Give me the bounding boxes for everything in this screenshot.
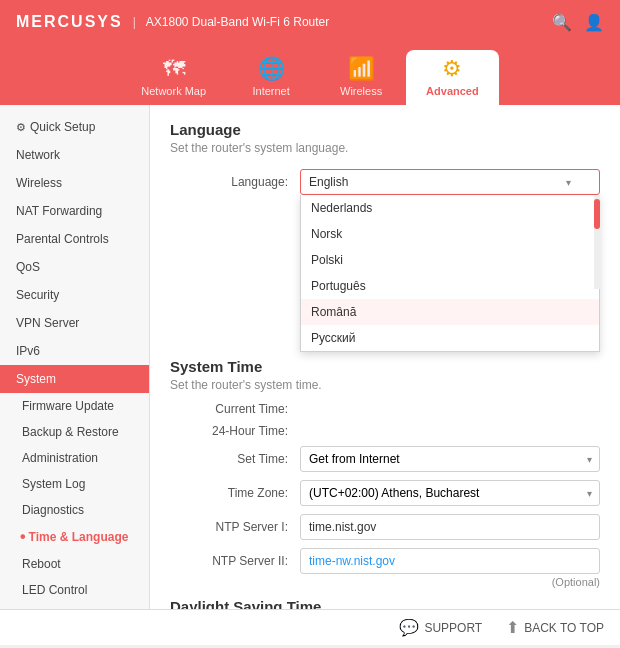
- support-label: SUPPORT: [424, 621, 482, 635]
- set-time-label: Set Time:: [170, 452, 300, 466]
- wireless-icon: 📶: [348, 56, 375, 82]
- language-desc: Set the router's system language.: [170, 141, 600, 155]
- system-time-title: System Time: [170, 358, 600, 375]
- header: MERCUSYS | AX1800 Dual-Band Wi-Fi 6 Rout…: [0, 0, 620, 44]
- ntp2-row: NTP Server II:: [170, 548, 600, 574]
- user-icon[interactable]: 👤: [584, 13, 604, 32]
- support-icon: 💬: [399, 618, 419, 637]
- sidebar-item-led-control[interactable]: LED Control: [0, 577, 149, 603]
- main-layout: ⚙ Quick Setup Network Wireless NAT Forwa…: [0, 105, 620, 609]
- 24hour-time-label: 24-Hour Time:: [170, 424, 300, 438]
- timezone-row: Time Zone: (UTC+02:00) Athens, Bucharest…: [170, 480, 600, 506]
- sidebar-item-ipv6[interactable]: IPv6: [0, 337, 149, 365]
- back-to-top-button[interactable]: ⬆ BACK TO TOP: [506, 618, 604, 637]
- search-icon[interactable]: 🔍: [552, 13, 572, 32]
- timezone-label: Time Zone:: [170, 486, 300, 500]
- language-title: Language: [170, 121, 600, 138]
- sidebar-item-time-language[interactable]: • Time & Language: [0, 523, 149, 551]
- language-select[interactable]: English ▾: [300, 169, 600, 195]
- language-row: Language: English ▾ Nederlands Norsk: [170, 169, 600, 195]
- nav-item-advanced[interactable]: ⚙ Advanced: [406, 50, 499, 105]
- nav-label-network-map: Network Map: [141, 85, 206, 97]
- dropdown-option-norsk[interactable]: Norsk: [301, 221, 599, 247]
- set-time-row: Set Time: Get from Internet ▾: [170, 446, 600, 472]
- ntp2-input[interactable]: [300, 548, 600, 574]
- header-divider: |: [133, 15, 136, 29]
- sidebar-item-operation-mode[interactable]: Operation Mode: [0, 603, 149, 609]
- ntp1-input[interactable]: [300, 514, 600, 540]
- internet-icon: 🌐: [258, 56, 285, 82]
- system-time-section: System Time Set the router's system time…: [170, 358, 600, 588]
- sidebar-item-network[interactable]: Network: [0, 141, 149, 169]
- back-to-top-icon: ⬆: [506, 618, 519, 637]
- sidebar-item-reboot[interactable]: Reboot: [0, 551, 149, 577]
- sidebar-item-system-log[interactable]: System Log: [0, 471, 149, 497]
- sidebar-item-nat-forwarding[interactable]: NAT Forwarding: [0, 197, 149, 225]
- dropdown-option-nederlands[interactable]: Nederlands: [301, 195, 599, 221]
- language-dropdown-wrap: English ▾ Nederlands Norsk Polski: [300, 169, 600, 195]
- sidebar-item-vpn-server[interactable]: VPN Server: [0, 309, 149, 337]
- sidebar-item-firmware-update[interactable]: Firmware Update: [0, 393, 149, 419]
- nav-label-internet: Internet: [252, 85, 289, 97]
- sidebar-item-diagnostics[interactable]: Diagnostics: [0, 497, 149, 523]
- logo: MERCUSYS: [16, 13, 123, 31]
- language-dropdown-list: Nederlands Norsk Polski Português Română: [300, 195, 600, 352]
- nav-label-advanced: Advanced: [426, 85, 479, 97]
- dst-title: Daylight Saving Time: [170, 598, 600, 609]
- sidebar-item-qos[interactable]: QoS: [0, 253, 149, 281]
- content-area: Language Set the router's system languag…: [150, 105, 620, 609]
- dropdown-option-russian[interactable]: Русский: [301, 325, 599, 351]
- sidebar-item-backup-restore[interactable]: Backup & Restore: [0, 419, 149, 445]
- nav-item-wireless[interactable]: 📶 Wireless: [316, 50, 406, 105]
- sidebar-item-wireless[interactable]: Wireless: [0, 169, 149, 197]
- sidebar-item-quick-setup[interactable]: ⚙ Quick Setup: [0, 113, 149, 141]
- quick-setup-icon: ⚙: [16, 121, 26, 134]
- sidebar-item-system[interactable]: System: [0, 365, 149, 393]
- 24hour-time-row: 24-Hour Time:: [170, 424, 600, 438]
- sidebar-item-parental-controls[interactable]: Parental Controls: [0, 225, 149, 253]
- main-nav: 🗺 Network Map 🌐 Internet 📶 Wireless ⚙ Ad…: [0, 44, 620, 105]
- current-time-label: Current Time:: [170, 402, 300, 416]
- dropdown-option-romana[interactable]: Română: [301, 299, 599, 325]
- support-button[interactable]: 💬 SUPPORT: [399, 618, 482, 637]
- language-label: Language:: [170, 169, 300, 189]
- ntp2-label: NTP Server II:: [170, 554, 300, 568]
- nav-item-internet[interactable]: 🌐 Internet: [226, 50, 316, 105]
- system-time-desc: Set the router's system time.: [170, 378, 600, 392]
- timezone-select[interactable]: (UTC+02:00) Athens, Bucharest: [300, 480, 600, 506]
- ntp1-row: NTP Server I:: [170, 514, 600, 540]
- dropdown-scrollbar: [594, 195, 600, 289]
- dropdown-option-portugues[interactable]: Português: [301, 273, 599, 299]
- set-time-select[interactable]: Get from Internet: [300, 446, 600, 472]
- sidebar-item-security[interactable]: Security: [0, 281, 149, 309]
- footer: 💬 SUPPORT ⬆ BACK TO TOP: [0, 609, 620, 645]
- optional-text: (Optional): [170, 576, 600, 588]
- active-dot: •: [20, 529, 26, 545]
- current-time-row: Current Time:: [170, 402, 600, 416]
- language-section: Language Set the router's system languag…: [170, 121, 600, 195]
- header-model: AX1800 Dual-Band Wi-Fi 6 Router: [146, 15, 329, 29]
- advanced-icon: ⚙: [442, 56, 462, 82]
- nav-item-network-map[interactable]: 🗺 Network Map: [121, 50, 226, 105]
- dst-section: Daylight Saving Time Automatically synch…: [170, 598, 600, 609]
- back-to-top-label: BACK TO TOP: [524, 621, 604, 635]
- dropdown-arrow-icon: ▾: [566, 177, 571, 188]
- dropdown-option-polski[interactable]: Polski: [301, 247, 599, 273]
- network-map-icon: 🗺: [163, 56, 185, 82]
- sidebar: ⚙ Quick Setup Network Wireless NAT Forwa…: [0, 105, 150, 609]
- ntp1-label: NTP Server I:: [170, 520, 300, 534]
- sidebar-item-administration[interactable]: Administration: [0, 445, 149, 471]
- nav-label-wireless: Wireless: [340, 85, 382, 97]
